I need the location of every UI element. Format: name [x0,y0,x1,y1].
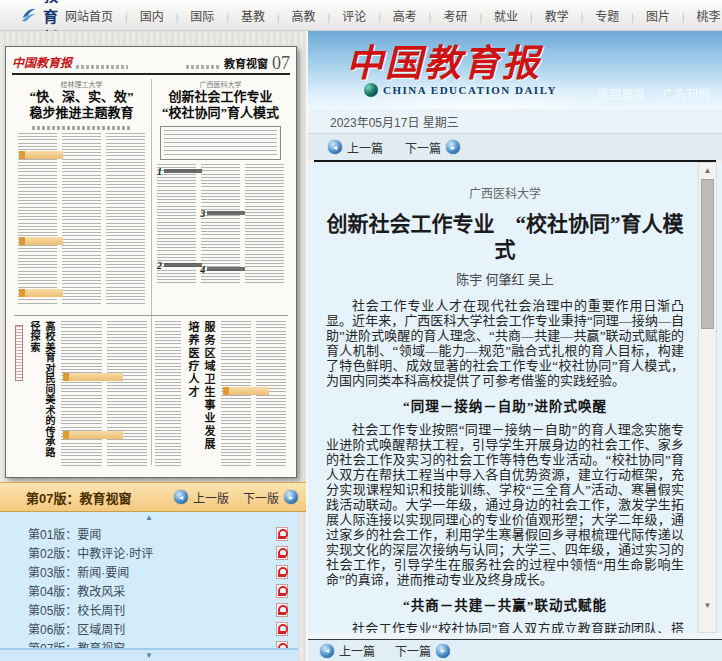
paper-article-intro-box [160,126,281,160]
masthead-banner: 中国教育报 CHINA EDUCATION DAILY 返回首页 | 广告刊例 [308,31,722,109]
paper-article-text [221,321,286,467]
edition-list-item: 第06版：区域周刊 [0,619,298,638]
edition-link[interactable]: 第03版：新闻·要闻 [28,563,129,580]
nav-item-higher-edu[interactable]: 高教 [271,7,322,24]
edition-list-item: 第04版：教改风采 [0,581,298,600]
paper-article-text: 1 2 3 4 [157,164,284,286]
back-to-home-link[interactable]: 返回首页 [597,85,645,102]
newspaper-subhead [63,431,123,439]
paper-article-text [61,321,147,467]
left-panel: 中国教育报 教育视窗 07 桂林理工大学 “快、深、实、效” 稳步推进主题教育 [0,31,306,661]
paper-article-kicker: 广西医科大学 [157,80,284,89]
newspaper-masthead-row: 中国教育报 教育视窗 07 [12,52,290,75]
ad-rates-link[interactable]: 广告刊例 [662,85,710,102]
edition-list-item: 第05版：校长周刊 [0,600,298,619]
paper-article-bottom-right: 培养医疗人才 服务区域卫生事业发展 [151,316,290,469]
newspaper-body: 桂林理工大学 “快、深、实、效” 稳步推进主题教育 广西医科大学 创新社会工作专… [12,75,290,469]
prev-article-icon: ◄ [328,140,342,154]
nav-item-employment[interactable]: 就业 [473,7,524,24]
newspaper-page-preview[interactable]: 中国教育报 教育视窗 07 桂林理工大学 “快、深、实、效” 稳步推进主题教育 [5,46,297,478]
article-content: 广西医科大学 创新社会工作专业 “校社协同”育人模式 陈宇 何肇红 吴上 社会工… [308,162,722,633]
newspaper-text-column [62,133,101,305]
globe-icon [364,83,378,97]
article-section-heading: “共商－共建－共赢”联动式赋能 [326,594,684,614]
pdf-icon[interactable] [276,622,288,636]
next-edition-button[interactable]: 下一版 ► [243,489,298,506]
newspaper-text-column [106,133,145,305]
site-logo-icon [20,6,38,24]
newspaper-text-column [107,321,148,467]
article-scrollbar[interactable]: ▲ ▼ [698,162,717,633]
edition-link[interactable]: 第04版：教改风采 [28,582,125,599]
date-bar: 2023年05月17日 星期三 [308,109,722,134]
pdf-icon[interactable] [276,565,288,579]
edition-list-item: 第03版：新闻·要闻 [0,562,298,581]
edition-link[interactable]: 第02版：中教评论·时评 [28,544,153,561]
nav-item-taoli[interactable]: 桃李 [676,7,722,24]
nav-item-gaokao[interactable]: 高考 [372,7,423,24]
next-article-button[interactable]: 下一篇 ► [405,139,460,156]
article-pager-bottom: ◄ 上一篇 下一篇 ► [308,639,722,661]
numbered-subhead: 1 [157,166,202,177]
edition-list-scroll-up[interactable]: ▲ [0,512,298,524]
newspaper-text-column [155,321,181,467]
masthead-logo: 中国教育报 [346,33,541,87]
edition-list-item: 第01版：要闻 [0,524,298,543]
article-title: 创新社会工作专业 “校社协同”育人模式 [326,211,684,263]
nav-item-teaching[interactable]: 教学 [524,7,575,24]
edition-link[interactable]: 第06版：区域周刊 [28,620,125,637]
newspaper-subhead [19,151,63,159]
nav-item-kaoyan[interactable]: 考研 [423,7,474,24]
nav-item-basic-edu[interactable]: 基教 [220,7,271,24]
paper-article-headline: “校社协同”育人模式 [157,105,284,121]
edition-link[interactable]: 第01版：要闻 [28,525,101,542]
numbered-subhead: 3 [200,208,245,219]
right-panel: 中国教育报 CHINA EDUCATION DAILY 返回首页 | 广告刊例 … [306,31,722,661]
paper-article-vertical-headline: 高校美育对民间美术的传承路径探索 [27,321,57,467]
paper-article-top-right: 广西医科大学 创新社会工作专业 “校社协同”育人模式 1 2 3 4 [151,75,290,315]
current-edition-label: 第07版：教育视窗 [26,488,131,507]
nav-item-photos[interactable]: 图片 [625,7,676,24]
pdf-icon[interactable] [276,584,288,598]
pdf-icon[interactable] [276,546,288,560]
numbered-subhead: 4 [200,264,245,275]
nav-item-international[interactable]: 国际 [170,7,221,24]
article-pager-top: ◄ 上一篇 下一篇 ► [308,134,722,160]
newspaper-editor-info [186,65,220,69]
article-scroll-area: 广西医科大学 创新社会工作专业 “校社协同”育人模式 陈宇 何肇红 吴上 社会工… [308,162,698,633]
edition-list-item: 第02版：中教评论·时评 [0,543,298,562]
article-paragraph: 社会工作专业“校社协同”育人双方成立教育联动团队、搭建沟通机制，针对人才培养中存… [326,621,684,633]
numbered-subhead: 2 [157,260,202,271]
masthead-english: CHINA EDUCATION DAILY [383,84,557,96]
newspaper-subhead [19,237,63,245]
date-text: 2023年05月17日 星期三 [330,113,459,130]
scroll-up-button[interactable]: ▲ [699,166,716,175]
nav-item-domestic[interactable]: 国内 [119,7,170,24]
prev-edition-icon: ◄ [174,490,188,504]
newspaper-page-number: 07 [272,55,290,71]
prev-article-button[interactable]: ◄ 上一篇 [328,139,383,156]
pdf-icon[interactable] [276,603,288,617]
scrollbar-thumb[interactable] [701,179,714,329]
prev-article-button[interactable]: ◄ 上一篇 [320,642,375,659]
paper-article-text [18,133,145,305]
newspaper-masthead-info [76,65,128,69]
pdf-icon[interactable] [276,527,288,541]
edition-list-scroll-down[interactable]: ▼ [0,648,298,661]
newspaper-subhead [223,387,269,395]
newspaper-subhead [63,373,123,381]
article-kicker: 广西医科大学 [326,184,684,202]
next-article-icon: ► [436,644,450,658]
newspaper-subhead [19,289,63,297]
scroll-down-button[interactable]: ▼ [699,601,716,610]
paper-article-bottom-left: 高校美育对民间美术的传承路径探索 [12,316,151,469]
nav-item-commentary[interactable]: 评论 [322,7,373,24]
nav-item-home[interactable]: 网站首页 [59,7,119,24]
nav-item-topics[interactable]: 专题 [575,7,626,24]
edition-bar: 第07版：教育视窗 ◄ 上一版 下一版 ► [0,482,306,512]
paper-article-headline: “快、深、实、效” [18,89,145,105]
next-article-button[interactable]: 下一篇 ► [395,642,450,659]
prev-article-icon: ◄ [320,644,334,658]
prev-edition-button[interactable]: ◄ 上一版 [174,489,229,506]
edition-link[interactable]: 第05版：校长周刊 [28,601,125,618]
